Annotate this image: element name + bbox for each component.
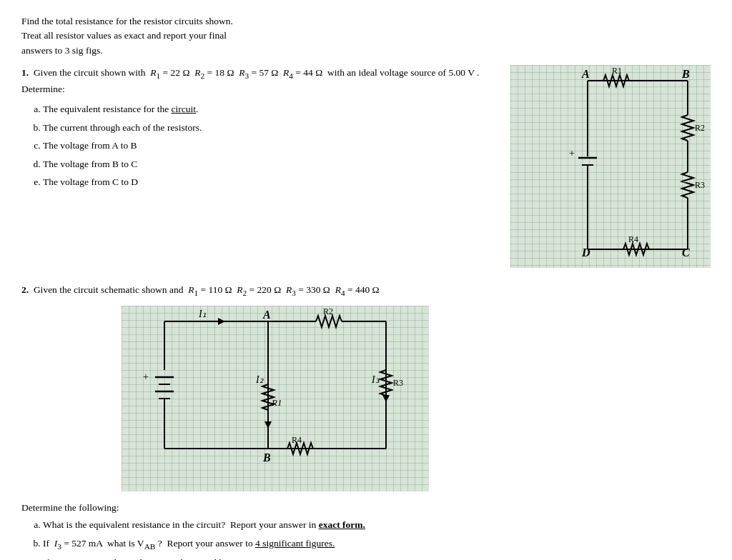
determine-title: Determine the following: xyxy=(21,502,711,514)
arrow-i3-down xyxy=(382,395,390,402)
label-A: A xyxy=(581,68,590,80)
determine-section: Determine the following: What is the equ… xyxy=(21,502,711,560)
problem1-a: The equivalent resistance for the circui… xyxy=(43,101,503,117)
det-item-b: If I3 = 527 mA what is VAB ? Report your… xyxy=(43,536,711,553)
label-C: C xyxy=(682,246,690,259)
resistor2-r2 xyxy=(316,316,342,327)
vs-plus: + xyxy=(569,148,575,159)
page-container: Find the total resistance for the resist… xyxy=(21,14,711,560)
label2-A: A xyxy=(262,309,271,321)
label-r3: R3 xyxy=(695,180,705,190)
label2-r1: R1 xyxy=(271,397,282,408)
problem2-section: 2. Given the circuit schematic shown and… xyxy=(21,282,711,492)
problem1-b: The current through each of the resistor… xyxy=(43,120,503,136)
circuit-diagram-1: A B C D R1 R2 xyxy=(510,65,711,268)
circuit-diagram-2: A R2 R3 R4 xyxy=(122,306,429,491)
label-r2: R2 xyxy=(695,123,705,133)
intro-block: Find the total resistance for the resist… xyxy=(21,14,711,58)
label-B: B xyxy=(681,68,690,80)
det-item-c: If I2 = 840 mA what is the power dissipa… xyxy=(43,556,711,560)
circuit-svg-1: A B C D R1 R2 xyxy=(510,65,711,265)
label-i2: I₂ xyxy=(255,374,264,385)
det-item-a: What is the equivalent resistance in the… xyxy=(43,518,711,532)
label-r1: R1 xyxy=(612,66,622,76)
problem1-e: The voltage from C to D xyxy=(43,174,503,190)
label-i1: I₁ xyxy=(198,309,207,319)
resistor-r3 xyxy=(682,172,693,198)
intro-line2: Treat all resistor values as exact and r… xyxy=(21,29,711,43)
label2-r3: R3 xyxy=(393,378,403,388)
problem1-statement: 1. Given the circuit shown with R1 = 22 … xyxy=(21,65,503,97)
resistor-r2 xyxy=(682,115,693,141)
label2-B: B xyxy=(262,451,271,464)
problem1-d: The voltage from B to C xyxy=(43,156,503,172)
label2-r2: R2 xyxy=(323,306,333,316)
label-i3: I₃ xyxy=(371,374,380,385)
intro-line1: Find the total resistance for the resist… xyxy=(21,14,711,29)
arrow-i1 xyxy=(218,318,225,325)
problem1-text: 1. Given the circuit shown with R1 = 22 … xyxy=(21,65,503,268)
vs2-plus: + xyxy=(143,371,149,382)
problem1-c: The voltage from A to B xyxy=(43,138,503,154)
circuit-svg-2: A R2 R3 R4 xyxy=(122,306,429,491)
arrow-r1-down xyxy=(264,421,272,429)
label2-r4: R4 xyxy=(292,435,302,445)
problem1-section: 1. Given the circuit shown with R1 = 22 … xyxy=(21,65,711,268)
label-r4: R4 xyxy=(628,234,638,244)
intro-line3: answers to 3 sig figs. xyxy=(21,44,711,58)
problem2-statement: 2. Given the circuit schematic shown and… xyxy=(21,282,711,299)
label-D: D xyxy=(581,246,590,259)
